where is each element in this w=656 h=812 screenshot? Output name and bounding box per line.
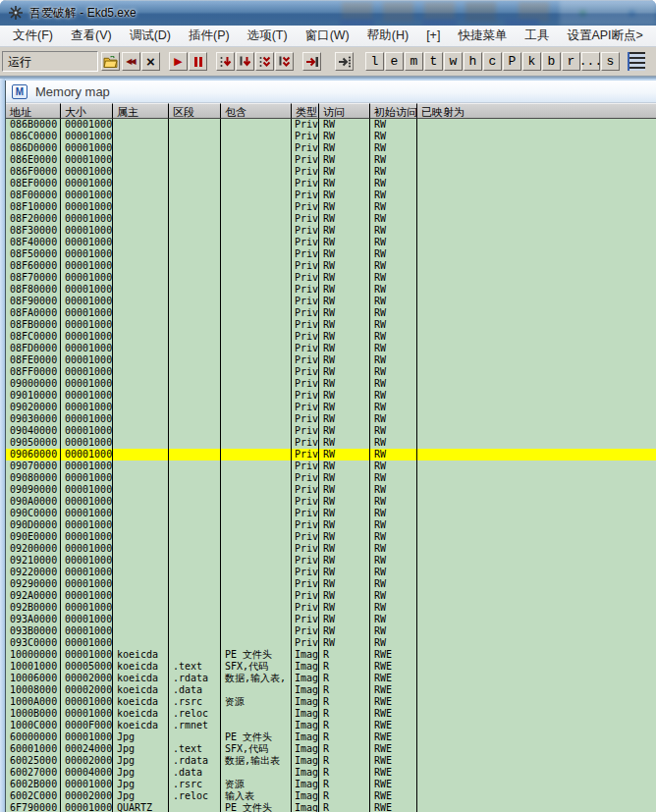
menu-item[interactable]: 设置API断点>	[558, 26, 651, 46]
menu-item[interactable]: 工具	[516, 26, 558, 46]
table-row[interactable]: 0907000000001000PrivRWRW	[6, 460, 656, 472]
column-header-size[interactable]: 大小	[61, 103, 113, 119]
table-row[interactable]: 08F1000000001000PrivRWRW	[6, 201, 656, 213]
table-row[interactable]: 093A000000001000PrivRWRW	[6, 614, 656, 625]
table-row[interactable]: 6002700000004000Jpg.dataImagRRWE	[6, 767, 656, 779]
table-row[interactable]: 1000C0000000F000koeicda.rmnetImagRRWE	[6, 720, 656, 731]
table-row[interactable]: 08F9000000001000PrivRWRW	[6, 296, 656, 307]
table-row[interactable]: 1000A00000001000koeicda.rsrc资源ImagRRWE	[6, 696, 656, 708]
toolbar-letter-button[interactable]: c	[483, 52, 502, 71]
table-row[interactable]: 08F4000000001000PrivRWRW	[6, 237, 656, 248]
table-row[interactable]: 0929000000001000PrivRWRW	[6, 578, 656, 590]
toolbar-letter-button[interactable]: b	[542, 52, 561, 71]
menu-item[interactable]: 调试(D)	[121, 26, 180, 46]
table-row[interactable]: 0904000000001000PrivRWRW	[6, 425, 656, 437]
column-header-section[interactable]: 区段	[169, 103, 221, 119]
table-row[interactable]: 6000100000024000Jpg.textSFX,代码ImagRRWE	[6, 743, 656, 755]
table-row[interactable]: 093B000000001000PrivRWRW	[6, 625, 656, 637]
memory-map-titlebar[interactable]: M Memory map	[6, 81, 656, 103]
table-row[interactable]: 08F7000000001000PrivRWRW	[6, 272, 656, 284]
table-row[interactable]: 093C000000001000PrivRWRW	[6, 637, 656, 649]
toolbar-letter-button[interactable]: m	[405, 52, 423, 71]
memory-map-icon[interactable]: M	[12, 84, 27, 99]
close-program-button[interactable]: ×	[141, 52, 160, 71]
menu-item[interactable]: 快捷菜单	[449, 26, 516, 46]
table-row[interactable]: 1000000000001000koeicdaPE 文件头ImagRRWE	[6, 649, 656, 661]
table-row[interactable]: 08F8000000001000PrivRWRW	[6, 284, 656, 296]
table-row[interactable]: 1000600000002000koeicda.rdata数据,输入表,Imag…	[6, 673, 656, 684]
table-row[interactable]: 08FA000000001000PrivRWRW	[6, 307, 656, 319]
toolbar-letter-button[interactable]: s	[601, 52, 620, 71]
table-row[interactable]: 0908000000001000PrivRWRW	[6, 472, 656, 484]
animate-into-button[interactable]	[255, 52, 274, 71]
table-row[interactable]: 08FC000000001000PrivRWRW	[6, 331, 656, 343]
column-header-owner[interactable]: 属主	[113, 103, 169, 119]
column-header-access[interactable]: 访问	[319, 103, 370, 119]
go-to-address-button[interactable]	[335, 52, 354, 71]
table-row[interactable]: 086D000000001000PrivRWRW	[6, 142, 656, 154]
toolbar-letter-button[interactable]: t	[424, 52, 443, 71]
table-row[interactable]: 090C000000001000PrivRWRW	[6, 508, 656, 519]
menu-item[interactable]: 文件(F)	[4, 26, 62, 46]
table-row[interactable]: 0900000000001000PrivRWRW	[6, 378, 656, 390]
restart-button[interactable]: ◀◀	[122, 52, 140, 71]
toolbar-letter-button[interactable]: r	[562, 52, 580, 71]
table-row[interactable]: 0922000000001000PrivRWRW	[6, 567, 656, 578]
toolbar-letter-button[interactable]: h	[464, 52, 482, 71]
step-into-button[interactable]	[216, 52, 235, 71]
table-row[interactable]: 1000800000002000koeicda.dataImagRRWE	[6, 684, 656, 696]
table-row[interactable]: 092B000000001000PrivRWRW	[6, 602, 656, 614]
table-row[interactable]: 08F3000000001000PrivRWRW	[6, 225, 656, 237]
table-row[interactable]: 1000100000005000koeicda.textSFX,代码ImagRR…	[6, 661, 656, 673]
column-header-type[interactable]: 类型	[292, 103, 319, 119]
column-header-mapped_as[interactable]: 已映射为	[417, 103, 656, 119]
toolbar-letter-button[interactable]: w	[444, 52, 463, 71]
table-row[interactable]: 08FE000000001000PrivRWRW	[6, 354, 656, 366]
table-row[interactable]: 6000000000001000JpgPE 文件头ImagRRWE	[6, 731, 656, 743]
table-row[interactable]: 090D000000001000PrivRWRW	[6, 519, 656, 531]
open-file-button[interactable]	[101, 52, 120, 71]
step-over-button[interactable]	[236, 52, 254, 71]
table-row[interactable]: 0902000000001000PrivRWRW	[6, 402, 656, 413]
column-header-contains[interactable]: 包含	[221, 103, 292, 119]
toolbar-letter-button[interactable]: ...	[581, 52, 600, 71]
table-row[interactable]: 0906000000001000PrivRWRW	[6, 449, 656, 460]
table-row[interactable]: 0903000000001000PrivRWRW	[6, 413, 656, 425]
table-row[interactable]: 0901000000001000PrivRWRW	[6, 390, 656, 402]
toolbar-letter-button[interactable]: k	[522, 52, 541, 71]
menu-item[interactable]: 插件(P)	[180, 26, 239, 46]
toolbar-letter-button[interactable]: P	[503, 52, 521, 71]
menu-item[interactable]: [+]	[417, 26, 449, 46]
toolbar-letter-button[interactable]: e	[385, 52, 404, 71]
table-row[interactable]: 08EF000000001000PrivRWRW	[6, 178, 656, 189]
table-row[interactable]: 090E000000001000PrivRWRW	[6, 531, 656, 543]
table-row[interactable]: 6002C00000002000Jpg.reloc输入表ImagRRWE	[6, 790, 656, 802]
table-row[interactable]: 086B000000001000PrivRWRW	[6, 119, 656, 131]
toolbar-letter-button[interactable]: l	[365, 52, 384, 71]
pause-button[interactable]	[189, 52, 207, 71]
table-row[interactable]: 0921000000001000PrivRWRW	[6, 555, 656, 567]
table-row[interactable]: 1000B00000001000koeicda.relocImagRRWE	[6, 708, 656, 720]
table-row[interactable]: 6002B00000001000Jpg.rsrc资源ImagRRWE	[6, 779, 656, 790]
run-button[interactable]: ▶	[169, 52, 188, 71]
table-row[interactable]: 08FF000000001000PrivRWRW	[6, 366, 656, 378]
table-row[interactable]: 086F000000001000PrivRWRW	[6, 166, 656, 178]
table-row[interactable]: 08F2000000001000PrivRWRW	[6, 213, 656, 225]
title-bar[interactable]: 吾爱破解 - Ekd5.exe	[0, 0, 656, 26]
table-row[interactable]: 08F5000000001000PrivRWRW	[6, 248, 656, 260]
toolbar-overflow-icon[interactable]	[628, 52, 645, 71]
table-row[interactable]: 08F0000000001000PrivRWRW	[6, 189, 656, 201]
table-row[interactable]: 086E000000001000PrivRWRW	[6, 154, 656, 166]
column-header-initial_access[interactable]: 初始访问	[370, 103, 417, 119]
table-row[interactable]: 092A000000001000PrivRWRW	[6, 590, 656, 602]
table-row[interactable]: 090A000000001000PrivRWRW	[6, 496, 656, 508]
execute-till-return-button[interactable]	[302, 52, 321, 71]
table-row[interactable]: 08F6000000001000PrivRWRW	[6, 260, 656, 272]
menu-item[interactable]: 查看(V)	[62, 26, 121, 46]
menu-item[interactable]: 窗口(W)	[297, 26, 358, 46]
table-row[interactable]: 0909000000001000PrivRWRW	[6, 484, 656, 496]
table-row[interactable]: 086C000000001000PrivRWRW	[6, 131, 656, 142]
table-row[interactable]: 08FD000000001000PrivRWRW	[6, 343, 656, 354]
table-row[interactable]: 6002500000002000Jpg.rdata数据,输出表ImagRRWE	[6, 755, 656, 767]
column-header-address[interactable]: 地址	[6, 103, 61, 119]
